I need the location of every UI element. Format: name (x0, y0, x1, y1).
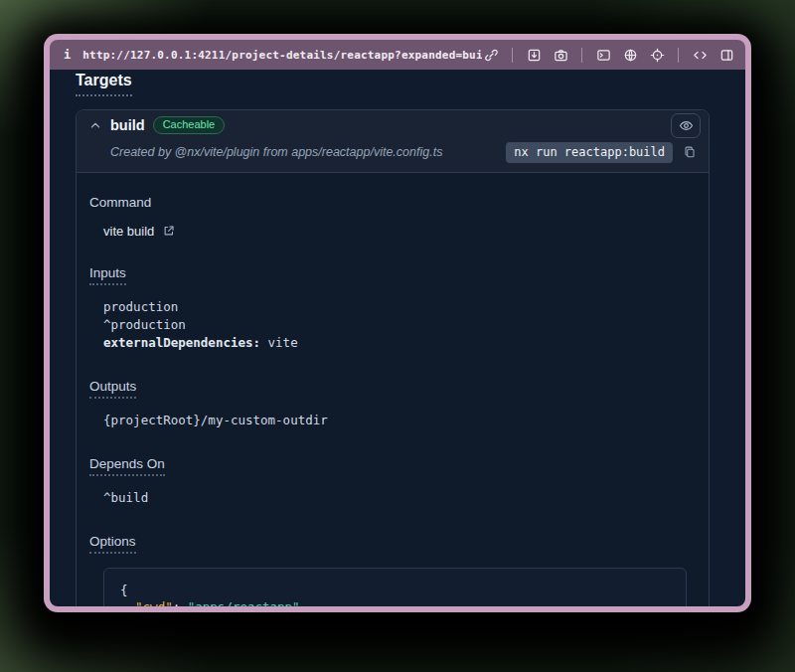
chevron-up-icon (88, 118, 102, 132)
build-header-row[interactable]: build Cacheable (88, 110, 701, 141)
external-dependencies-key: externalDependencies: (103, 335, 260, 350)
created-by-text: Created by @nx/vite/plugin from apps/rea… (110, 145, 442, 159)
url-bar[interactable]: http://127.0.0.1:4211/project-details/re… (82, 49, 482, 62)
split-panel-icon[interactable] (717, 46, 735, 64)
toolbar-divider (678, 48, 679, 63)
browser-window: i http://127.0.0.1:4211/project-details/… (44, 34, 751, 612)
browser-toolbar: i http://127.0.0.1:4211/project-details/… (50, 40, 745, 70)
target-card-build: build Cacheable Created by @nx/vite/plug… (76, 109, 710, 606)
project-details-page: Targets build Cacheable Created by @nx/v… (50, 70, 745, 606)
save-screenshot-icon[interactable] (525, 46, 543, 64)
page-title[interactable]: Targets (76, 73, 132, 96)
terminal-icon[interactable] (594, 46, 612, 64)
outputs-section: Outputs {projectRoot}/my-custom-outdir (89, 377, 697, 429)
depends-on-label[interactable]: Depends On (89, 456, 165, 476)
code-value-cwd: "apps/reactapp" (188, 599, 300, 606)
command-value: vite build (103, 224, 154, 239)
target-icon[interactable] (648, 46, 666, 64)
toolbar-divider (581, 48, 582, 63)
options-code-block: { "cwd": "apps/reactapp" } (103, 568, 687, 606)
external-link-icon[interactable] (161, 224, 176, 239)
build-card-body: Command vite build Inputs production ^pr… (77, 173, 709, 606)
input-item: externalDependencies: vite (103, 334, 697, 352)
code-open-brace: { (120, 583, 128, 597)
code-key-cwd: "cwd" (135, 599, 173, 606)
outputs-label[interactable]: Outputs (89, 379, 136, 399)
options-section: Options { "cwd": "apps/reactapp" } (89, 532, 697, 606)
cacheable-badge: Cacheable (153, 116, 226, 134)
toolbar-actions (482, 46, 735, 64)
run-command-chip: nx run reactapp:build (506, 142, 673, 163)
code-icon[interactable] (691, 46, 709, 64)
options-label[interactable]: Options (89, 534, 136, 554)
depends-on-section: Depends On ^build (89, 454, 697, 507)
command-label: Command (89, 195, 151, 210)
target-name: build (110, 117, 145, 133)
globe-icon[interactable] (621, 46, 639, 64)
input-item: ^production (103, 316, 697, 334)
inputs-section: Inputs production ^production externalDe… (89, 263, 697, 352)
output-item: {projectRoot}/my-custom-outdir (103, 412, 697, 429)
depends-on-item: ^build (103, 489, 697, 507)
info-icon: i (64, 48, 71, 62)
camera-icon[interactable] (552, 46, 569, 64)
command-section: Command vite build (89, 193, 697, 239)
link-icon[interactable] (482, 46, 500, 64)
external-dependencies-value: vite (260, 335, 298, 350)
inputs-label[interactable]: Inputs (89, 265, 126, 285)
copy-icon[interactable] (681, 143, 699, 161)
input-item: production (103, 298, 697, 316)
toolbar-divider (512, 48, 513, 63)
build-card-header: build Cacheable Created by @nx/vite/plug… (77, 110, 709, 173)
eye-button[interactable] (671, 113, 701, 138)
build-header-subrow: Created by @nx/vite/plugin from apps/rea… (88, 142, 701, 163)
